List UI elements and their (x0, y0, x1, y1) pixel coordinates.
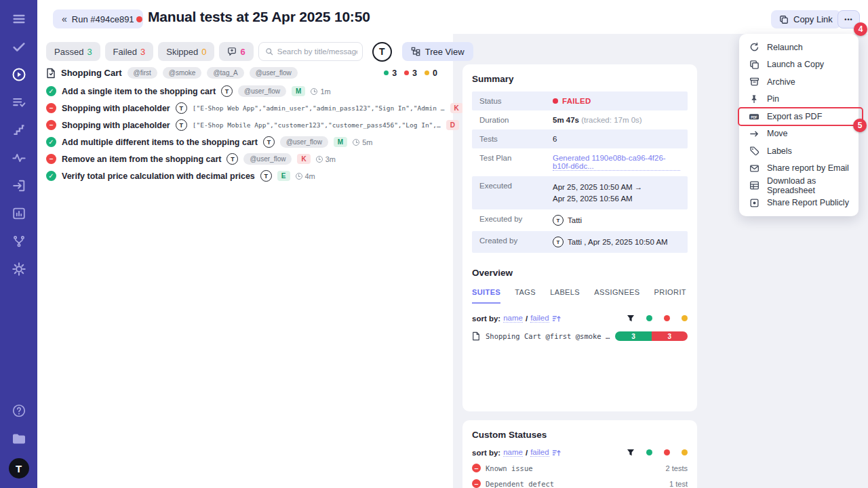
menu-item-share-report-publicly[interactable]: Share Report Publicly (739, 195, 859, 212)
passed-filter-chip[interactable]: Passed 3 (46, 42, 100, 61)
test-row[interactable]: – Shopping with placeholder T ["E-Shop M… (46, 117, 453, 134)
status-filter-dots (627, 314, 688, 323)
test-row[interactable]: ✓ Verify total price calculation with de… (46, 167, 453, 184)
test-plans-icon[interactable] (11, 94, 27, 110)
search-input[interactable] (277, 47, 357, 56)
suite-tag[interactable]: @user_flow (250, 67, 298, 79)
funnel-filter-icon[interactable] (627, 449, 635, 457)
menu-item-pin[interactable]: Pin (739, 91, 859, 108)
sort-direction-icon[interactable] (552, 449, 561, 457)
failed-status-icon: – (46, 103, 56, 113)
test-row[interactable]: – Remove an item from the shopping cart … (46, 150, 453, 167)
menu-item-archive[interactable]: Archive (739, 73, 859, 91)
failed-dot (553, 98, 558, 104)
sort-name-link[interactable]: name (503, 314, 523, 323)
menu-item-move[interactable]: Move (739, 125, 859, 143)
failed-status-icon: – (472, 464, 481, 472)
testomat-logo-icon[interactable]: T (372, 42, 392, 62)
user-avatar-logo[interactable]: T (9, 458, 29, 479)
passed-dot[interactable] (646, 449, 652, 455)
tab-labels[interactable]: LABELS (550, 288, 580, 304)
menu-item-relaunch[interactable]: Relaunch (739, 39, 859, 56)
testomat-mini-icon: T (226, 153, 238, 165)
menu-item-share-report-by-email[interactable]: Share report by Email (739, 160, 859, 178)
row-label: Created by (479, 237, 553, 247)
summary-title: Summary (472, 74, 688, 84)
passed-status-icon: ✓ (46, 137, 56, 147)
test-row[interactable]: ✓ Add a single item to the shopping cart… (46, 83, 453, 100)
runs-play-icon[interactable] (11, 66, 27, 83)
back-to-run-button[interactable]: « Run #494ce891 (53, 9, 143, 28)
passed-dot[interactable] (646, 315, 652, 321)
custom-status-row[interactable]: – Dependent defect 1 test (472, 479, 688, 488)
sort-separator: / (526, 449, 528, 457)
row-label: Duration (479, 116, 553, 124)
spreadsheet-icon (749, 180, 760, 191)
copy-icon (749, 59, 760, 70)
search-box[interactable] (258, 42, 363, 61)
menu-item-label: Relaunch (767, 43, 803, 52)
settings-gear-icon[interactable] (11, 261, 27, 277)
overview-suite-row[interactable]: Shopping Cart @first @smoke … 3 3 (472, 331, 688, 341)
suite-header-row[interactable]: Shopping Cart @first @smoke @tag_A @user… (46, 67, 437, 79)
suite-tag[interactable]: @first (127, 67, 157, 79)
menu-item-export-as-pdf[interactable]: PDF Export as PDF (739, 108, 859, 125)
sort-failed-link[interactable]: failed (530, 314, 549, 323)
menu-item-labels[interactable]: Labels (739, 142, 859, 160)
test-plan-link[interactable]: Generated 1190e08b-ca96-4f26-b10f-d6dc..… (553, 154, 680, 171)
avatar-letter: T (16, 463, 22, 474)
skipped-dot[interactable] (682, 315, 688, 321)
branch-icon[interactable] (11, 233, 27, 249)
skipped-dot[interactable] (682, 449, 688, 455)
suite-tag[interactable]: @tag_A (207, 67, 243, 79)
clock-icon (296, 173, 302, 180)
suite-tag[interactable]: @smoke (163, 67, 202, 79)
test-tag[interactable]: @user_flow (243, 153, 292, 165)
sort-by-label: sort by: (472, 314, 500, 323)
row-label: Executed by (479, 215, 553, 226)
test-tag[interactable]: @user_flow (238, 85, 286, 97)
sort-direction-icon[interactable] (552, 314, 561, 323)
test-row[interactable]: – Shopping with placeholder T ["E-Shop W… (46, 100, 453, 117)
test-tag[interactable]: @user_flow (280, 136, 328, 148)
created-by-value: TTatti , Apr 25, 2025 10:50 AM (553, 237, 668, 247)
failed-dot[interactable] (664, 449, 670, 455)
pass-fail-bar: 3 3 (615, 331, 688, 341)
projects-folder-icon[interactable] (11, 430, 27, 447)
tab-priority[interactable]: PRIORIT (654, 288, 686, 304)
help-icon[interactable] (11, 403, 27, 419)
skipped-filter-chip[interactable]: Skipped 0 (158, 42, 214, 61)
failed-dot[interactable] (664, 315, 670, 321)
failed-status-icon: – (46, 154, 56, 164)
archive-icon (749, 77, 760, 87)
suite-passed-count: 3 (384, 68, 397, 78)
comments-filter-chip[interactable]: 6 (219, 42, 253, 61)
summary-row-test-plan: Test Plan Generated 1190e08b-ca96-4f26-b… (472, 148, 688, 176)
tab-suites[interactable]: SUITES (472, 288, 500, 304)
pulse-icon[interactable] (11, 150, 27, 166)
menu-item-launch-a-copy[interactable]: Launch a Copy (739, 56, 859, 74)
custom-status-row[interactable]: – Known issue 2 tests (472, 464, 688, 472)
sort-failed-link[interactable]: failed (530, 448, 549, 457)
analytics-icon[interactable] (11, 205, 27, 222)
tab-assignees[interactable]: ASSIGNEES (594, 288, 639, 304)
import-icon[interactable] (11, 178, 27, 194)
test-row[interactable]: ✓ Add multiple different items to the sh… (46, 134, 453, 150)
failed-filter-chip[interactable]: Failed 3 (105, 42, 154, 61)
menu-item-download-as-spreadsheet[interactable]: Download as Spreadsheet (739, 177, 859, 195)
funnel-filter-icon[interactable] (627, 314, 635, 323)
custom-status-count: 1 test (669, 480, 688, 488)
summary-row-duration: Duration 5m 47s (tracked: 17m 0s) (472, 110, 688, 129)
menu-item-label: Labels (767, 146, 792, 156)
tree-view-button[interactable]: Tree View (402, 42, 473, 61)
tab-tags[interactable]: TAGS (515, 288, 536, 304)
overview-sort-row: sort by: name / failed (472, 314, 688, 323)
sort-name-link[interactable]: name (503, 448, 523, 457)
steps-icon[interactable] (11, 122, 27, 138)
comment-icon (227, 47, 237, 56)
copy-link-button[interactable]: Copy Link (771, 10, 841, 28)
tests-check-icon[interactable] (11, 39, 27, 55)
summary-row-executed: Executed Apr 25, 2025 10:50 AM →Apr 25, … (472, 176, 688, 209)
menu-icon[interactable] (11, 11, 27, 27)
filter-bar: Passed 3 Failed 3 Skipped 0 6 T Tree Vie… (46, 42, 473, 61)
